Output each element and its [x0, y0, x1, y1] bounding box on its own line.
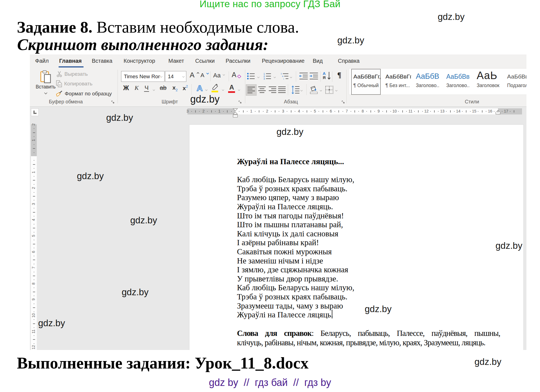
cut-button[interactable]: Вырезать: [56, 70, 88, 78]
style-card-normal[interactable]: АаБбВвГг, ¶ Обычный: [351, 69, 381, 95]
tab-help[interactable]: Справка: [338, 54, 359, 66]
clipboard-dialog-launcher-icon[interactable]: [111, 101, 115, 104]
font-size-select[interactable]: 14: [165, 71, 186, 82]
style-label: Заголово...: [416, 83, 440, 88]
style-card-subtitle[interactable]: АаБбВв Подзагол: [505, 69, 526, 94]
highlight-dropdown-icon[interactable]: [222, 89, 224, 91]
ruler-tick: [34, 232, 34, 232]
ribbon-tab-bar: Файл Главная Вставка Конструктор Макет С…: [30, 54, 526, 67]
style-card-heading2[interactable]: АаБбВвГ Заголово...: [445, 69, 470, 94]
italic-glyph: К: [135, 84, 139, 91]
ruler-number: 3: [280, 109, 286, 113]
grow-font-button[interactable]: А: [190, 71, 199, 81]
ruler-tick: [438, 111, 439, 112]
underline-button[interactable]: Ч: [142, 84, 151, 95]
ruler-tick: [295, 111, 295, 112]
paste-button[interactable]: Вставить: [35, 70, 56, 97]
refs-line2: клічуць, рабінавы, нічым, кожная, прывяд…: [237, 338, 500, 347]
footer-links[interactable]: gdz by // гдз бай // гдз by: [0, 377, 540, 388]
shrink-font-glyph: А: [200, 72, 204, 78]
gdz-watermark: gdz.by: [122, 287, 148, 297]
document-text: Жураўлі на Палессе ляцяць... Каб любіць …: [237, 157, 500, 347]
style-card-title[interactable]: АаЬ Заголовок: [475, 69, 500, 94]
svg-text:3: 3: [264, 77, 265, 80]
ruler-tick: [335, 111, 335, 112]
shrink-font-button[interactable]: А: [200, 72, 210, 82]
tab-selector[interactable]: [31, 108, 39, 116]
superscript-button[interactable]: x2: [180, 84, 190, 95]
indent-markers-icon[interactable]: [233, 108, 238, 117]
multilevel-dropdown-icon[interactable]: [290, 76, 292, 78]
format-painter-icon: [56, 90, 63, 97]
tab-design[interactable]: Конструктор: [124, 54, 155, 66]
align-right-button[interactable]: [269, 86, 276, 95]
ruler-tick: [34, 168, 34, 169]
horizontal-ruler[interactable]: 3211234567891011121314151617: [187, 108, 522, 114]
text-effects-dropdown-icon[interactable]: [205, 89, 208, 91]
document-page[interactable]: Жураўлі на Палессе ляцяць... Каб любіць …: [189, 124, 524, 350]
multilevel-list-button[interactable]: 1ai: [281, 72, 289, 81]
highlight-button[interactable]: [210, 83, 221, 95]
task-text: Вставим необходимые слова.: [92, 18, 299, 36]
change-case-button[interactable]: Aa: [213, 72, 226, 82]
format-painter-button[interactable]: Формат по образцу: [56, 90, 112, 98]
shading-button[interactable]: [309, 85, 318, 96]
tab-view[interactable]: Вид: [313, 54, 323, 66]
increase-indent-button[interactable]: [309, 72, 318, 81]
ruler-tick: [366, 111, 367, 112]
numbering-dropdown-icon[interactable]: [274, 76, 276, 78]
bullets-button[interactable]: [247, 72, 255, 81]
tab-insert[interactable]: Вставка: [92, 54, 112, 66]
ruler-tick: [319, 111, 319, 112]
bold-button[interactable]: Ж: [121, 84, 131, 95]
style-card-no-spacing[interactable]: АаБбВвГг, ¶ Без инт...: [384, 69, 411, 94]
borders-button[interactable]: [325, 86, 333, 95]
text-effects-glyph: А: [197, 83, 203, 93]
numbering-button[interactable]: 123: [263, 72, 272, 81]
italic-button[interactable]: К: [132, 84, 141, 95]
ruler-number: 16: [487, 109, 493, 113]
ruler-tick: [446, 111, 447, 112]
text-effects-button[interactable]: А: [194, 83, 205, 95]
decrease-indent-button[interactable]: [299, 72, 308, 81]
underline-dropdown-icon[interactable]: [153, 89, 155, 91]
show-marks-button[interactable]: ¶: [335, 71, 343, 81]
align-left-button[interactable]: [246, 84, 257, 96]
tab-home[interactable]: Главная: [59, 54, 82, 66]
line-spacing-dropdown-icon[interactable]: [301, 89, 303, 92]
grow-caret-icon: [196, 72, 200, 74]
borders-dropdown-icon[interactable]: [335, 89, 338, 92]
tab-file[interactable]: Файл: [35, 54, 49, 66]
ruler-tick: [34, 224, 34, 224]
font-dialog-launcher-icon[interactable]: [239, 101, 242, 104]
line-spacing-button[interactable]: [291, 86, 300, 95]
bullets-dropdown-icon[interactable]: [257, 76, 260, 78]
clear-formatting-button[interactable]: А: [232, 71, 242, 81]
style-card-heading1[interactable]: АаБбВі Заголово...: [414, 69, 440, 94]
vertical-ruler[interactable]: 21123456789101112: [31, 124, 37, 350]
shading-dropdown-icon[interactable]: [320, 89, 322, 92]
align-center-button[interactable]: [258, 86, 266, 95]
sort-z-glyph: Я: [323, 75, 326, 80]
subscript-button[interactable]: x2: [170, 84, 180, 95]
tab-references[interactable]: Ссылки: [195, 54, 215, 66]
paragraph-dialog-launcher-icon[interactable]: [342, 101, 345, 104]
ruler-tick: [33, 196, 35, 197]
tab-layout[interactable]: Макет: [168, 54, 184, 66]
text-cursor: [332, 310, 332, 318]
sort-button[interactable]: А Я: [323, 72, 332, 80]
tab-review[interactable]: Рецензирование: [262, 54, 304, 66]
tab-mailings[interactable]: Рассылки: [226, 54, 251, 66]
copy-button[interactable]: Копировать: [56, 80, 92, 88]
ruler-tick: [255, 111, 255, 112]
font-color-button[interactable]: А: [227, 83, 237, 95]
gdz-watermark: gdz.by: [495, 241, 522, 251]
group-separator: [245, 70, 245, 103]
ruler-tick: [33, 292, 35, 292]
strikethrough-button[interactable]: ab: [158, 84, 169, 95]
justify-button[interactable]: [278, 86, 286, 95]
svg-text:i: i: [283, 78, 284, 80]
font-color-dropdown-icon[interactable]: [238, 89, 240, 91]
font-name-select[interactable]: Times New Rom: [121, 71, 165, 82]
ruler-tick: [33, 323, 35, 324]
